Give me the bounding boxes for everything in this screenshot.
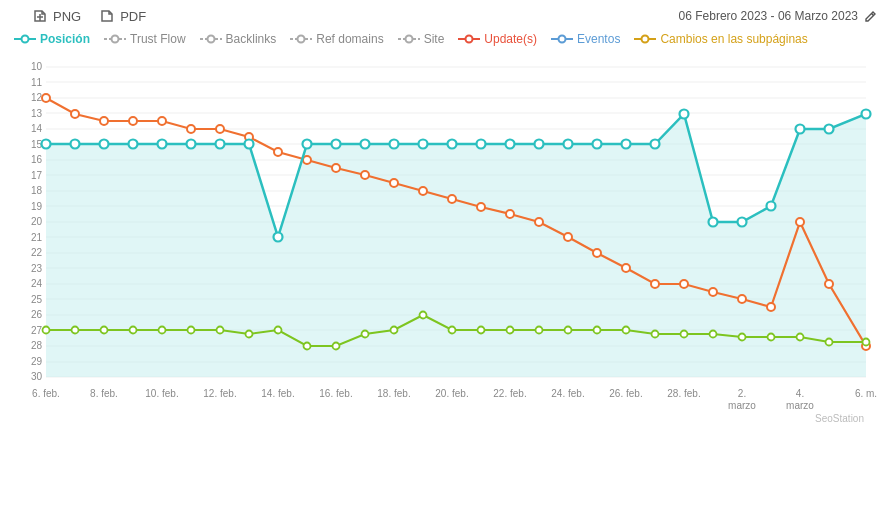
svg-text:26. feb.: 26. feb. [609,388,642,399]
svg-point-114 [651,140,660,149]
svg-text:19: 19 [31,201,43,212]
pdf-button[interactable]: PDF [99,8,146,24]
svg-text:14. feb.: 14. feb. [261,388,294,399]
svg-text:23: 23 [31,263,43,274]
svg-point-121 [862,110,871,119]
svg-point-67 [129,117,137,125]
svg-point-130 [275,327,282,334]
svg-text:16. feb.: 16. feb. [319,388,352,399]
svg-point-103 [332,140,341,149]
svg-text:12. feb.: 12. feb. [203,388,236,399]
svg-point-108 [477,140,486,149]
svg-point-82 [564,233,572,241]
edit-icon[interactable] [864,9,878,23]
svg-point-150 [863,339,870,346]
svg-text:marzo: marzo [728,400,756,411]
legend-item-eventos[interactable]: Eventos [551,32,620,46]
svg-text:26: 26 [31,309,43,320]
svg-point-134 [391,327,398,334]
eventos-label: Eventos [577,32,620,46]
watermark: SeoStation [815,413,864,422]
svg-point-111 [564,140,573,149]
site-legend-icon [398,34,420,44]
svg-point-137 [478,327,485,334]
svg-point-80 [506,210,514,218]
svg-point-10 [298,36,305,43]
cambios-label: Cambios en las subpáginas [660,32,807,46]
svg-point-141 [594,327,601,334]
svg-text:13: 13 [31,108,43,119]
trustflow-legend-icon [104,34,126,44]
legend-item-site[interactable]: Site [398,32,445,46]
svg-point-116 [709,218,718,227]
svg-point-146 [739,334,746,341]
svg-point-94 [71,140,80,149]
svg-point-89 [767,303,775,311]
updates-label: Update(s) [484,32,537,46]
svg-point-77 [419,187,427,195]
legend-item-refdomains[interactable]: Ref domains [290,32,383,46]
site-label: Site [424,32,445,46]
svg-text:24. feb.: 24. feb. [551,388,584,399]
svg-point-124 [101,327,108,334]
legend-item-updates[interactable]: Update(s) [458,32,537,46]
svg-point-105 [390,140,399,149]
svg-point-100 [245,140,254,149]
svg-point-84 [622,264,630,272]
png-button[interactable]: PNG [32,8,81,24]
svg-point-66 [100,117,108,125]
svg-point-73 [303,156,311,164]
legend-item-posicion[interactable]: Posición [14,32,90,46]
date-range: 06 Febrero 2023 - 06 Marzo 2023 [679,9,878,23]
svg-point-6 [112,36,119,43]
svg-text:11: 11 [31,77,43,88]
svg-text:17: 17 [31,170,43,181]
svg-text:20. feb.: 20. feb. [435,388,468,399]
svg-point-88 [738,295,746,303]
svg-point-115 [680,110,689,119]
svg-point-91 [825,280,833,288]
svg-text:6. m.: 6. m. [855,388,877,399]
svg-point-64 [42,94,50,102]
svg-point-4 [22,36,29,43]
svg-text:25: 25 [31,294,43,305]
svg-point-18 [642,36,649,43]
legend-item-backlinks[interactable]: Backlinks [200,32,277,46]
svg-text:21: 21 [31,232,43,243]
svg-text:14: 14 [31,123,43,134]
svg-text:8. feb.: 8. feb. [90,388,118,399]
legend-item-trustflow[interactable]: Trust Flow [104,32,186,46]
date-range-text: 06 Febrero 2023 - 06 Marzo 2023 [679,9,858,23]
trustflow-label: Trust Flow [130,32,186,46]
svg-point-97 [158,140,167,149]
svg-point-142 [623,327,630,334]
refdomains-legend-icon [290,34,312,44]
svg-point-112 [593,140,602,149]
posicion-label: Posición [40,32,90,46]
svg-point-70 [216,125,224,133]
svg-point-147 [768,334,775,341]
legend-item-cambios[interactable]: Cambios en las subpáginas [634,32,807,46]
svg-point-113 [622,140,631,149]
svg-point-144 [681,331,688,338]
png-label: PNG [53,9,81,24]
svg-point-110 [535,140,544,149]
cambios-legend-icon [634,34,656,44]
svg-point-132 [333,343,340,350]
svg-point-65 [71,110,79,118]
backlinks-legend-icon [200,34,222,44]
updates-legend-icon [458,34,480,44]
svg-text:29: 29 [31,356,43,367]
svg-text:18. feb.: 18. feb. [377,388,410,399]
svg-point-133 [362,331,369,338]
svg-point-87 [709,288,717,296]
svg-point-118 [767,202,776,211]
svg-text:30: 30 [31,371,43,382]
svg-text:28: 28 [31,340,43,351]
legend: Posición Trust Flow Backlinks Ref domain… [0,32,892,52]
svg-point-107 [448,140,457,149]
svg-point-75 [361,171,369,179]
svg-point-127 [188,327,195,334]
svg-point-81 [535,218,543,226]
svg-text:22. feb.: 22. feb. [493,388,526,399]
